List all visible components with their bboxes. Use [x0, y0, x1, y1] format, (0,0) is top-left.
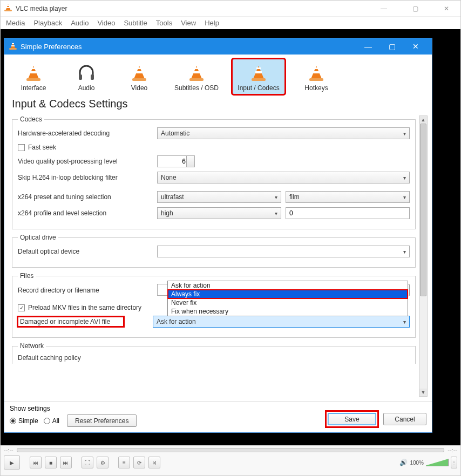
vertical-scrollbar[interactable]: ▲ ▼ — [419, 115, 428, 397]
legend-network: Network — [18, 342, 46, 350]
cone-reel-icon — [250, 62, 267, 83]
show-settings-label: Show settings — [10, 405, 137, 412]
menu-playback[interactable]: Playback — [33, 19, 62, 27]
minimize-icon[interactable]: — — [373, 5, 395, 12]
playlist-button[interactable]: ≡ — [118, 457, 130, 468]
radio-simple[interactable]: Simple — [10, 417, 38, 425]
tab-input-codecs[interactable]: Input / Codecs — [232, 59, 285, 94]
pref-maximize-icon[interactable]: ▢ — [380, 38, 404, 55]
tab-hotkeys[interactable]: Hotkeys — [295, 59, 338, 94]
tab-label: Audio — [78, 84, 95, 92]
scroll-up-icon[interactable]: ▲ — [419, 116, 427, 124]
tab-subtitles[interactable]: Subtitles / OSD — [171, 59, 222, 94]
svg-rect-1 — [91, 74, 94, 80]
next-button[interactable]: ⏭ — [60, 457, 72, 468]
label-x264-profile: x264 profile and level selection — [18, 209, 153, 217]
reset-preferences-button[interactable]: Reset Preferences — [67, 414, 137, 427]
pref-close-icon[interactable]: ✕ — [404, 38, 428, 55]
tab-label: Interface — [21, 84, 46, 92]
tab-label: Video — [131, 84, 147, 92]
main-window-controls: — ▢ ✕ — [373, 5, 457, 12]
tab-label: Subtitles / OSD — [174, 84, 219, 92]
fullscreen-button[interactable]: ⛶ — [82, 457, 93, 468]
menu-help[interactable]: Help — [205, 19, 219, 27]
menu-view[interactable]: View — [181, 19, 196, 27]
scroll-down-icon[interactable]: ▼ — [419, 389, 427, 396]
shuffle-button[interactable]: ⤨ — [148, 457, 160, 468]
input-x264-level[interactable]: 0 — [286, 207, 410, 219]
radio-label: Simple — [18, 417, 38, 425]
tab-label: Hotkeys — [304, 84, 328, 92]
label-caching-policy: Default caching policy — [18, 354, 153, 362]
menu-video[interactable]: Video — [97, 19, 115, 27]
label-hw-decoding: Hardware-accelerated decoding — [18, 130, 153, 137]
dropdown-x264-profile[interactable]: high — [157, 207, 281, 219]
label-x264-preset: x264 preset and tuning selection — [18, 193, 153, 201]
page-title: Input & Codecs Settings — [9, 96, 428, 115]
volume-grip-icon[interactable]: ⋮ — [451, 457, 457, 468]
play-button[interactable]: ▶ — [4, 455, 20, 470]
label-optical-device: Default optical device — [18, 248, 153, 255]
close-icon[interactable]: ✕ — [436, 5, 457, 12]
status-bar: --:-- --:-- ▶ ⏮ ■ ⏭ ⛶ ⚙ ≡ ⟳ ⤨ 🔊 100% ⋮ — [1, 445, 460, 475]
cone-film-icon — [131, 62, 147, 83]
volume-area: 🔊 100% ⋮ — [399, 457, 457, 468]
cone-clapper-icon — [188, 62, 205, 83]
label-skip-h264: Skip H.264 in-loop deblocking filter — [18, 174, 153, 181]
dropdown-skip-h264[interactable]: None — [157, 172, 410, 183]
preferences-footer: Show settings Simple All Reset Preferenc… — [4, 401, 432, 432]
volume-slider[interactable] — [426, 459, 449, 466]
main-menu-bar: Media Playback Audio Video Subtitle Tool… — [1, 17, 460, 29]
preferences-titlebar: Simple Preferences — ▢ ✕ — [4, 38, 432, 55]
tab-audio[interactable]: Audio — [65, 59, 108, 94]
dropdown-damaged-avi[interactable]: Ask for action — [153, 316, 410, 328]
main-window-title: VLC media player — [16, 5, 67, 12]
legend-codecs: Codecs — [18, 115, 44, 123]
loop-button[interactable]: ⟳ — [133, 457, 145, 468]
radio-dot-icon — [10, 418, 16, 424]
dropdown-x264-preset[interactable]: ultrafast — [157, 191, 281, 203]
fieldset-codecs: Codecs Hardware-accelerated decoding Aut… — [12, 115, 416, 229]
tab-label: Input / Codecs — [238, 84, 279, 92]
checkbox-label: Preload MKV files in the same directory — [28, 304, 141, 311]
legend-files: Files — [18, 272, 36, 280]
vlc-cone-icon — [4, 3, 12, 14]
volume-percent: 100% — [410, 460, 424, 466]
dd-option-fix-when-necessary[interactable]: Fix when necessary — [168, 307, 408, 316]
tab-video[interactable]: Video — [118, 59, 161, 94]
dropdown-x264-tuning[interactable]: film — [286, 191, 410, 203]
maximize-icon[interactable]: ▢ — [404, 5, 426, 12]
vlc-cone-icon — [9, 41, 17, 52]
menu-audio[interactable]: Audio — [71, 19, 89, 27]
seek-slider[interactable] — [17, 448, 445, 452]
scrollbar-thumb[interactable] — [420, 124, 426, 296]
spinner-vq-post[interactable]: 6▲▼ — [157, 155, 195, 167]
checkbox-fast-seek[interactable]: Fast seek — [18, 144, 56, 151]
dropdown-hw-decoding[interactable]: Automatic — [157, 127, 410, 139]
pref-minimize-icon[interactable]: — — [356, 38, 380, 55]
tab-interface[interactable]: Interface — [12, 59, 55, 94]
dd-option-ask[interactable]: Ask for action — [168, 281, 408, 290]
checkbox-box-icon: ✓ — [18, 304, 25, 311]
stop-button[interactable]: ■ — [45, 457, 57, 468]
cone-flame-icon — [308, 62, 324, 83]
label-record-dir: Record directory or filename — [18, 287, 153, 294]
dropdown-list-damaged-avi: Ask for action Always fix Never fix Fix … — [167, 281, 408, 316]
speaker-icon[interactable]: 🔊 — [399, 459, 408, 466]
svg-rect-0 — [79, 74, 82, 80]
menu-subtitle[interactable]: Subtitle — [124, 19, 147, 27]
dd-option-never-fix[interactable]: Never fix — [168, 298, 408, 307]
menu-tools[interactable]: Tools — [156, 19, 172, 27]
menu-media[interactable]: Media — [6, 19, 25, 27]
cancel-button[interactable]: Cancel — [383, 413, 426, 425]
radio-all[interactable]: All — [44, 417, 59, 425]
dd-option-always-fix[interactable]: Always fix — [168, 290, 408, 298]
checkbox-preload-mkv[interactable]: ✓ Preload MKV files in the same director… — [18, 304, 141, 311]
ext-settings-button[interactable]: ⚙ — [97, 457, 109, 468]
time-total: --:-- — [448, 447, 457, 453]
dropdown-optical-device[interactable] — [157, 246, 410, 257]
save-button[interactable]: Save — [328, 413, 376, 425]
fieldset-network: Network Default caching policy — [12, 342, 416, 364]
checkbox-box-icon — [18, 144, 25, 151]
prev-button[interactable]: ⏮ — [30, 457, 42, 468]
